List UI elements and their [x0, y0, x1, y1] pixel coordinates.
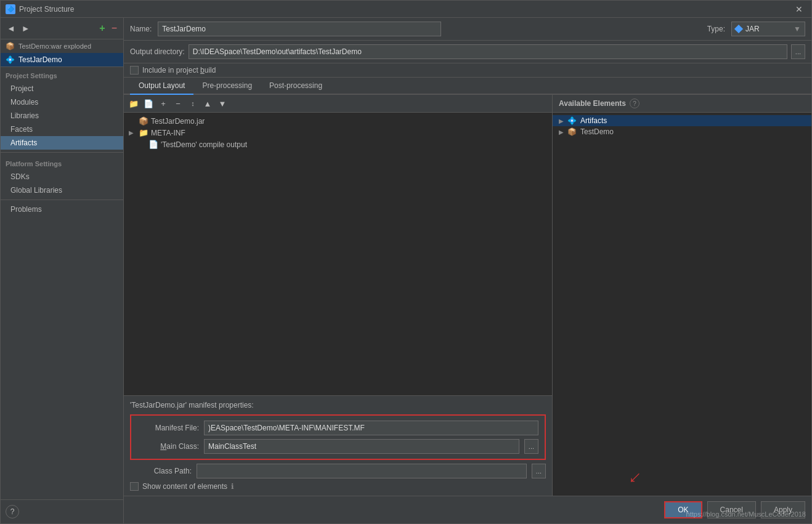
show-content-label: Show content of elements	[142, 482, 227, 491]
available-help-button[interactable]: ?	[630, 99, 639, 108]
info-icon: ℹ	[231, 482, 234, 491]
tree-metainf-item[interactable]: ▶ 📁 META-INF	[124, 127, 552, 139]
show-content-row: Show content of elements ℹ	[130, 482, 546, 491]
main-class-label: Main Class:	[137, 442, 199, 451]
name-input[interactable]	[158, 22, 441, 36]
watermark: https://blog.csdn.net/MuscLeCoder2018	[686, 510, 806, 518]
nav-back-button[interactable]: ◄	[6, 22, 17, 34]
tree-arrow2: ▶	[129, 129, 136, 136]
classpath-browse-button[interactable]: ...	[532, 464, 546, 478]
available-right: Available Elements ? ▶ 💠 Artifacts ▶ 📦 T…	[553, 95, 811, 496]
avail-artifacts-label: Artifacts	[580, 116, 607, 125]
output-dir-input[interactable]	[189, 44, 787, 59]
sidebar-toolbar: ◄ ► + −	[1, 18, 123, 39]
artifact-list: 📦 TestDemo:war exploded 💠 TestJarDemo	[1, 39, 123, 67]
classpath-label: Class Path:	[130, 467, 192, 475]
add-tool-button[interactable]: +	[157, 97, 169, 110]
right-panel: Name: Type: JAR ▼ Output directory: ...	[124, 18, 811, 523]
tree-jar-label: TestJarDemo.jar	[151, 117, 205, 126]
sidebar-add-button[interactable]: +	[98, 22, 106, 35]
tree-jar-item[interactable]: 📦 TestJarDemo.jar	[124, 115, 552, 127]
tabs-row: Output Layout Pre-processing Post-proces…	[124, 78, 811, 95]
available-tree: ▶ 💠 Artifacts ▶ 📦 TestDemo	[553, 113, 811, 496]
sidebar-item-sdks[interactable]: SDKs	[1, 170, 123, 183]
classpath-row: Class Path: ...	[130, 464, 546, 478]
window-icon: 🔷	[6, 4, 15, 14]
titlebar: 🔷 Project Structure ✕	[1, 1, 811, 18]
artifact-war-item[interactable]: 📦 TestDemo:war exploded	[1, 39, 123, 53]
tab-preprocessing[interactable]: Pre-processing	[193, 78, 261, 95]
available-header: Available Elements ?	[553, 95, 811, 113]
sidebar-bottom: ?	[1, 499, 123, 523]
war-label: TestDemo:war exploded	[18, 42, 91, 50]
avail-arrow2: ▶	[559, 129, 564, 135]
up-tool-button[interactable]: ▲	[201, 97, 214, 110]
sidebar-item-modules[interactable]: Modules	[1, 95, 123, 109]
type-diamond-icon	[734, 25, 743, 33]
avail-artifacts-item[interactable]: ▶ 💠 Artifacts	[553, 115, 811, 126]
output-dir-row: Output directory: ...	[124, 41, 811, 63]
sidebar-item-project[interactable]: Project	[1, 82, 123, 95]
output-area: 📁 📄 + − ↕ ▲ ▼ 📦 TestJarDemo.jar	[124, 95, 811, 496]
avail-testdemo-label: TestDemo	[580, 127, 614, 136]
tab-output-layout[interactable]: Output Layout	[130, 78, 193, 95]
name-type-row: Name: Type: JAR ▼	[124, 18, 811, 41]
folder-tool-icon[interactable]: 📁	[128, 97, 140, 110]
name-label: Name:	[130, 25, 152, 33]
sidebar-item-libraries[interactable]: Libraries	[1, 109, 123, 123]
manifest-file-input[interactable]	[204, 421, 538, 435]
sidebar-item-artifacts[interactable]: Artifacts	[1, 136, 123, 150]
sidebar-item-global-libraries[interactable]: Global Libraries	[1, 183, 123, 197]
sidebar-separator2	[1, 200, 123, 200]
project-settings-header: Project Settings	[1, 67, 123, 82]
help-button[interactable]: ?	[6, 505, 19, 518]
nav-forward-button[interactable]: ►	[20, 22, 31, 34]
metainf-folder-icon: 📁	[139, 128, 148, 137]
artifact-jar-item[interactable]: 💠 TestJarDemo	[1, 53, 123, 67]
avail-artifacts-diamond-icon: 💠	[567, 116, 577, 125]
sidebar: ◄ ► + − 📦 TestDemo:war exploded 💠 TestJa…	[1, 18, 124, 523]
output-tree: 📦 TestJarDemo.jar ▶ 📁 META-INF 📄 'TestDe…	[124, 113, 552, 395]
tree-metainf-label: META-INF	[151, 129, 185, 137]
output-dir-label: Output directory:	[130, 47, 185, 56]
bottom-buttons: ↓ OK Cancel Apply	[124, 496, 811, 523]
output-left: 📁 📄 + − ↕ ▲ ▼ 📦 TestJarDemo.jar	[124, 95, 553, 496]
sidebar-item-facets[interactable]: Facets	[1, 123, 123, 136]
available-label: Available Elements	[559, 99, 626, 108]
manifest-box: Manifest File: Main Class: ...	[130, 414, 546, 460]
tree-compile-output-item[interactable]: 📄 'TestDemo' compile output	[124, 139, 552, 150]
include-label: Include in project build	[142, 66, 216, 75]
main-class-browse-button[interactable]: ...	[524, 439, 538, 454]
titlebar-left: 🔷 Project Structure	[6, 4, 74, 14]
tab-postprocessing[interactable]: Post-processing	[261, 78, 331, 95]
tree-compile-label: 'TestDemo' compile output	[161, 140, 247, 149]
include-row: Include in project build	[124, 63, 811, 78]
type-label: Type:	[707, 25, 725, 33]
bottom-panel: 'TestJarDemo.jar' manifest properties: M…	[124, 395, 552, 496]
manifest-file-label: Manifest File:	[137, 424, 199, 432]
avail-testdemo-icon: 📦	[567, 127, 577, 136]
type-select[interactable]: JAR ▼	[731, 22, 805, 36]
remove-tool-button[interactable]: −	[172, 97, 184, 110]
jar-label: TestJarDemo	[18, 55, 62, 64]
window-title: Project Structure	[19, 5, 74, 14]
close-button[interactable]: ✕	[792, 3, 806, 15]
sidebar-remove-button[interactable]: −	[110, 22, 118, 35]
compile-output-icon: 📄	[148, 140, 158, 149]
output-dir-browse-button[interactable]: ...	[791, 44, 805, 59]
platform-settings-header: Platform Settings	[1, 155, 123, 170]
sidebar-separator	[1, 152, 123, 153]
jar-diamond-icon: 💠	[6, 55, 15, 64]
main-class-input[interactable]	[204, 439, 519, 454]
avail-testdemo-item[interactable]: ▶ 📦 TestDemo	[553, 126, 811, 137]
main-class-row: Main Class: ...	[137, 439, 538, 454]
output-toolbar: 📁 📄 + − ↕ ▲ ▼	[124, 95, 552, 113]
include-checkbox[interactable]	[130, 66, 139, 75]
type-value: JAR	[745, 25, 760, 33]
down-tool-button[interactable]: ▼	[216, 97, 229, 110]
sort-tool-button[interactable]: ↕	[187, 97, 199, 110]
sidebar-item-problems[interactable]: Problems	[1, 203, 123, 216]
show-content-checkbox[interactable]	[130, 482, 139, 491]
file-tool-icon[interactable]: 📄	[142, 97, 155, 110]
classpath-input[interactable]	[197, 464, 527, 478]
